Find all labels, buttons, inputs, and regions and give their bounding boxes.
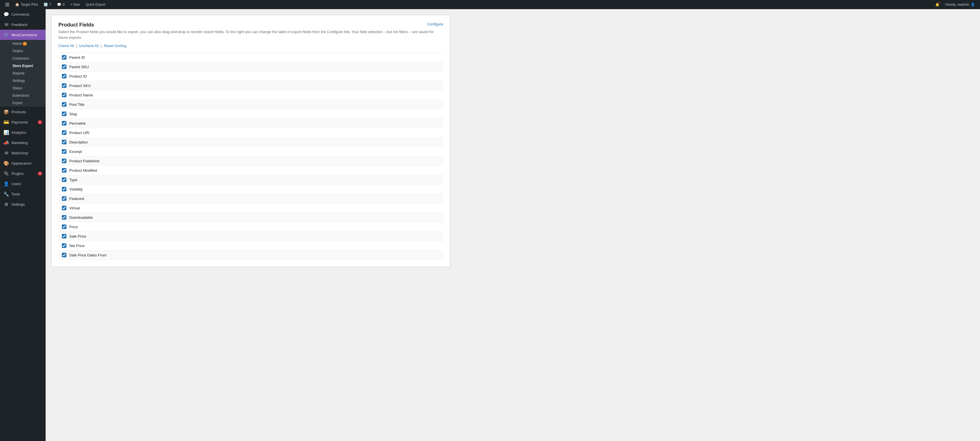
sidebar-item-users[interactable]: 👤 Users	[0, 179, 46, 189]
field-row[interactable]: Product Published	[59, 156, 443, 166]
field-checkbox-7[interactable]	[62, 121, 67, 126]
field-checkbox-9[interactable]	[62, 140, 67, 144]
submenu-store-export[interactable]: Store Export	[0, 62, 46, 70]
field-row[interactable]: Net Price	[59, 241, 443, 251]
field-checkbox-6[interactable]	[62, 112, 67, 116]
field-checkbox-13[interactable]	[62, 177, 67, 182]
field-name-5: Post Title	[69, 102, 84, 107]
field-row[interactable]: Product Modified	[59, 166, 443, 175]
field-checkbox-1[interactable]	[62, 64, 67, 69]
field-row[interactable]: Description	[59, 137, 443, 147]
field-row[interactable]: Price	[59, 222, 443, 232]
sidebar-item-tools[interactable]: 🔧 Tools	[0, 189, 46, 199]
field-row[interactable]: Parent ID	[59, 53, 443, 62]
separator-1: |	[76, 44, 78, 48]
field-row[interactable]: Downloadable	[59, 213, 443, 222]
notifications-button[interactable]: 🔔	[932, 0, 942, 9]
field-row[interactable]: Parent SKU	[59, 62, 443, 72]
field-checkbox-15[interactable]	[62, 196, 67, 201]
sidebar-item-marketing[interactable]: 📣 Marketing	[0, 137, 46, 148]
howdy-button[interactable]: Howdy, wadmin 👤	[942, 0, 978, 9]
field-name-1: Parent SKU	[69, 65, 89, 69]
submenu-settings[interactable]: Settings	[0, 77, 46, 85]
field-checkbox-3[interactable]	[62, 83, 67, 88]
wp-logo-button[interactable]: ⊞	[2, 0, 12, 9]
separator-2: |	[100, 44, 103, 48]
field-name-6: Slug	[69, 112, 77, 116]
field-row[interactable]: Product URI	[59, 128, 443, 137]
admin-bar: ⊞ 🏠 Target Pilot 🔄 7 💬 0 + New Quick Exp…	[0, 0, 980, 9]
field-checkbox-4[interactable]	[62, 93, 67, 97]
field-row[interactable]: Product Name	[59, 90, 443, 100]
field-row[interactable]: Slug	[59, 109, 443, 119]
field-checkbox-10[interactable]	[62, 149, 67, 154]
submenu-extensions[interactable]: Extensions	[0, 92, 46, 99]
uncheck-all-link[interactable]: Uncheck All	[79, 44, 99, 48]
field-name-9: Description	[69, 140, 88, 144]
main-content: Configure Product Fields Select the Prod…	[46, 9, 980, 441]
field-checkbox-12[interactable]	[62, 168, 67, 173]
updates-count: 7	[49, 3, 51, 6]
field-checkbox-14[interactable]	[62, 187, 67, 192]
comments-button[interactable]: 💬 0	[54, 0, 68, 9]
field-checkbox-16[interactable]	[62, 206, 67, 210]
field-row[interactable]: Type	[59, 175, 443, 185]
sidebar-item-products[interactable]: 📦 Products	[0, 107, 46, 117]
field-name-20: Net Price	[69, 244, 84, 248]
updates-button[interactable]: 🔄 7	[41, 0, 54, 9]
submenu-status[interactable]: Status	[0, 85, 46, 92]
plugins-badge: 4	[38, 172, 42, 176]
submenu-reports[interactable]: Reports	[0, 70, 46, 77]
sidebar-item-analytics[interactable]: 📊 Analytics	[0, 127, 46, 137]
sidebar-item-settings[interactable]: ⚙ Settings	[0, 199, 46, 209]
field-checkbox-19[interactable]	[62, 234, 67, 238]
sidebar-item-payments[interactable]: 💳 Payments 1	[0, 117, 46, 127]
content-wrap: Configure Product Fields Select the Prod…	[51, 15, 450, 267]
field-checkbox-11[interactable]	[62, 158, 67, 163]
sidebar-users-label: Users	[11, 182, 42, 186]
check-all-link[interactable]: Check All	[59, 44, 74, 48]
field-row[interactable]: Product SKU	[59, 81, 443, 90]
field-row[interactable]: Product ID	[59, 72, 443, 81]
sidebar-item-plugins[interactable]: 🔌 Plugins 4	[0, 168, 46, 179]
field-checkbox-8[interactable]	[62, 130, 67, 135]
field-row[interactable]: Virtual	[59, 203, 443, 213]
field-checkbox-18[interactable]	[62, 224, 67, 229]
sidebar-item-comments[interactable]: 💬 Comments	[0, 9, 46, 19]
field-row[interactable]: Permalink	[59, 119, 443, 128]
field-row[interactable]: Sale Price	[59, 232, 443, 241]
reset-sorting-link[interactable]: Reset Sorting	[104, 44, 126, 48]
new-content-button[interactable]: + New	[67, 0, 83, 9]
submenu-customers[interactable]: Customers	[0, 55, 46, 62]
field-checkbox-2[interactable]	[62, 74, 67, 78]
sidebar-item-mailchimp[interactable]: ✉ Mailchimp	[0, 148, 46, 158]
field-checkbox-20[interactable]	[62, 243, 67, 248]
field-name-16: Virtual	[69, 206, 80, 210]
quick-export-button[interactable]: Quick Export	[83, 0, 108, 9]
sidebar-item-appearance[interactable]: 🎨 Appearance	[0, 158, 46, 168]
sidebar-item-woocommerce[interactable]: 🛒 WooCommerce	[0, 30, 46, 40]
payments-badge: 1	[38, 120, 42, 124]
plugins-menu-icon: 🔌	[3, 171, 9, 176]
submenu-home[interactable]: Home 6	[0, 40, 46, 47]
submenu-export[interactable]: Export	[0, 99, 46, 107]
sidebar-analytics-label: Analytics	[11, 130, 42, 135]
field-row[interactable]: Post Title	[59, 100, 443, 109]
field-checkbox-17[interactable]	[62, 215, 67, 220]
field-checkbox-21[interactable]	[62, 253, 67, 257]
field-name-12: Product Modified	[69, 168, 97, 173]
configure-link[interactable]: Configure	[427, 22, 443, 26]
home-badge: 6	[22, 42, 27, 46]
field-checkbox-0[interactable]	[62, 55, 67, 60]
field-row[interactable]: Featured	[59, 194, 443, 203]
field-row[interactable]: Excerpt	[59, 147, 443, 156]
field-row[interactable]: Visibility	[59, 185, 443, 194]
field-row[interactable]: Sale Price Dates From	[59, 251, 443, 260]
feedback-menu-icon: ✉	[3, 22, 9, 27]
field-name-8: Product URI	[69, 131, 89, 135]
site-name-button[interactable]: 🏠 Target Pilot	[12, 0, 41, 9]
field-checkbox-5[interactable]	[62, 102, 67, 107]
submenu-orders[interactable]: Orders	[0, 47, 46, 55]
field-name-7: Permalink	[69, 121, 86, 126]
sidebar-item-feedback[interactable]: ✉ Feedback	[0, 19, 46, 30]
